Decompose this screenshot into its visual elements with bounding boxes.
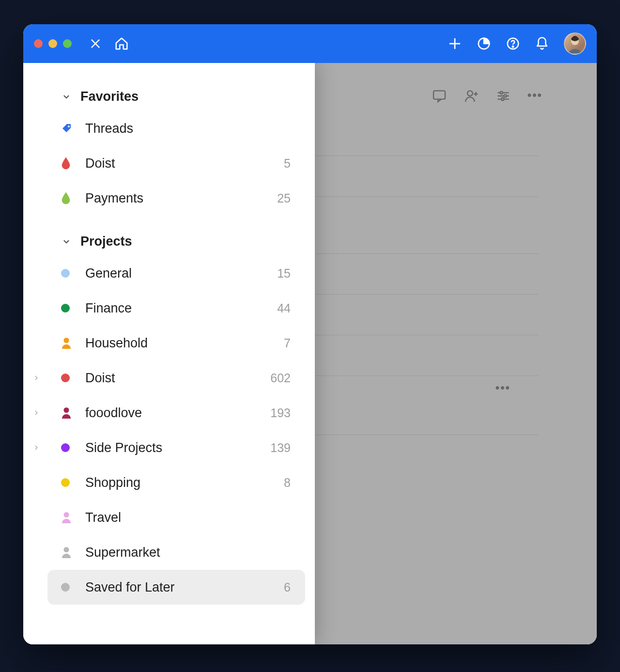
svg-point-9 (68, 125, 70, 127)
drop-icon (61, 192, 85, 204)
circle-icon (61, 269, 85, 278)
circle-icon (61, 443, 85, 452)
sidebar-item-label: Saved for Later (85, 580, 284, 595)
sidebar-item-count: 6 (284, 580, 291, 594)
window-controls (34, 39, 72, 48)
person-icon (61, 512, 85, 523)
avatar[interactable] (564, 32, 586, 55)
sidebar-item-fooodlove[interactable]: fooodlove193 (47, 395, 305, 430)
titlebar-left (89, 36, 129, 51)
sidebar-item-doist[interactable]: Doist602 (47, 360, 305, 395)
sidebar-item-label: Threads (85, 121, 291, 136)
circle-icon (61, 478, 85, 487)
home-icon[interactable] (114, 36, 129, 51)
close-window-button[interactable] (34, 39, 43, 48)
sidebar-item-side-projects[interactable]: Side Projects139 (47, 430, 305, 465)
svg-point-10 (64, 338, 69, 343)
drop-icon (61, 157, 85, 170)
sidebar-item-count: 8 (284, 476, 291, 490)
favorites-list: ThreadsDoist5Payments25 (47, 111, 305, 216)
chevron-right-icon[interactable] (33, 375, 43, 381)
chevron-down-icon (61, 93, 72, 101)
productivity-icon[interactable] (477, 36, 491, 51)
sidebar-item-general[interactable]: General15 (47, 256, 305, 291)
sidebar-item-label: Finance (85, 301, 277, 316)
minimize-window-button[interactable] (48, 39, 57, 48)
section-title: Favorites (80, 89, 139, 104)
section-title: Projects (80, 234, 132, 249)
sidebar-item-count: 25 (277, 191, 291, 205)
svg-point-13 (64, 547, 69, 552)
chevron-right-icon[interactable] (33, 409, 43, 416)
sidebar-item-count: 44 (277, 301, 291, 315)
sidebar-item-doist[interactable]: Doist5 (47, 146, 305, 181)
sidebar-item-label: Household (85, 336, 284, 351)
projects-list: General15Finance44Household7Doist602fooo… (47, 256, 305, 605)
sidebar-item-count: 7 (284, 336, 291, 350)
sidebar-item-count: 15 (277, 266, 291, 281)
add-task-icon[interactable] (448, 36, 462, 51)
sidebar-item-label: Payments (85, 191, 277, 206)
tag-icon (61, 123, 85, 134)
circle-icon (61, 583, 85, 592)
sidebar-item-label: Side Projects (85, 440, 270, 455)
person-icon (61, 407, 85, 419)
chevron-down-icon (61, 237, 72, 246)
sidebar-item-label: Shopping (85, 475, 284, 490)
help-icon[interactable] (506, 36, 520, 51)
sidebar-item-finance[interactable]: Finance44 (47, 291, 305, 326)
maximize-window-button[interactable] (63, 39, 72, 48)
circle-icon (61, 374, 85, 382)
sidebar-item-threads[interactable]: Threads (47, 111, 305, 146)
sidebar-item-label: Supermarket (85, 545, 291, 560)
sidebar-item-shopping[interactable]: Shopping8 (47, 465, 305, 500)
sidebar-item-count: 602 (270, 371, 291, 385)
titlebar (23, 24, 597, 63)
svg-point-11 (64, 407, 69, 413)
sidebar-item-count: 193 (270, 406, 291, 420)
sidebar-item-label: Doist (85, 371, 270, 386)
sidebar-item-travel[interactable]: Travel (47, 500, 305, 535)
person-icon (61, 547, 85, 558)
sidebar-item-supermarket[interactable]: Supermarket (47, 535, 305, 570)
titlebar-right (448, 32, 586, 55)
app-body: ••• designers | Webflow Blog System | Lo… (23, 63, 597, 644)
favorites-header[interactable]: Favorites (47, 81, 305, 109)
sidebar-item-payments[interactable]: Payments25 (47, 181, 305, 216)
sidebar: Favorites ThreadsDoist5Payments25 Projec… (23, 63, 315, 644)
sidebar-item-label: fooodlove (85, 406, 270, 421)
chevron-right-icon[interactable] (33, 444, 43, 451)
notifications-icon[interactable] (535, 36, 549, 51)
person-icon (61, 337, 85, 349)
sidebar-item-household[interactable]: Household7 (47, 326, 305, 360)
sidebar-item-label: General (85, 266, 277, 281)
close-menu-icon[interactable] (89, 37, 102, 50)
projects-header[interactable]: Projects (47, 226, 305, 254)
circle-icon (61, 304, 85, 313)
app-window: ••• designers | Webflow Blog System | Lo… (23, 24, 597, 644)
sidebar-item-count: 139 (270, 441, 291, 455)
svg-point-12 (64, 512, 69, 517)
sidebar-item-label: Doist (85, 156, 284, 171)
svg-point-2 (512, 46, 514, 47)
sidebar-item-label: Travel (85, 510, 291, 525)
sidebar-item-count: 5 (284, 156, 291, 171)
sidebar-item-saved-for-later[interactable]: Saved for Later6 (47, 570, 305, 605)
